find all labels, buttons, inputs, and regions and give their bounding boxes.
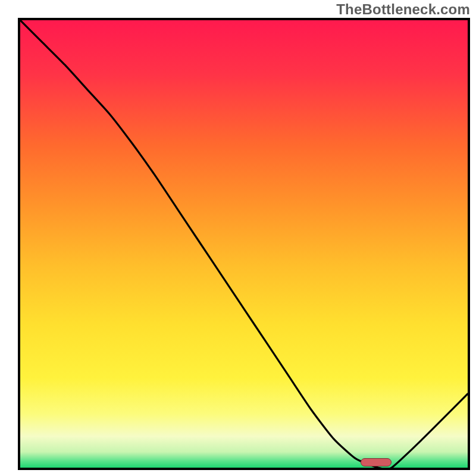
gradient-background [20,20,468,468]
watermark-text: TheBottleneck.com [336,1,470,18]
optimal-marker [361,458,392,466]
chart-frame: TheBottleneck.com [0,0,476,476]
svg-rect-0 [20,20,468,468]
plot-area [18,18,470,470]
